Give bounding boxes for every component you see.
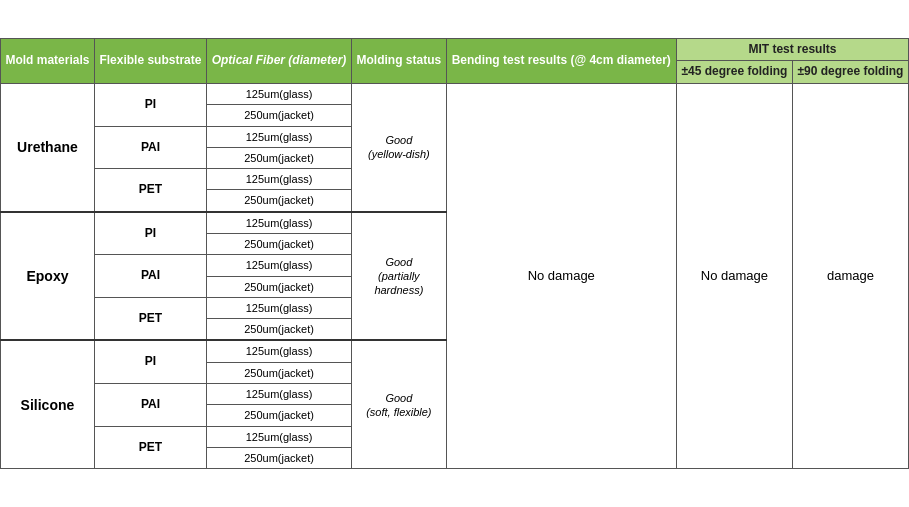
fiber-cell: 125um(glass) <box>207 126 352 147</box>
substrate-pet-1: PET <box>94 169 206 212</box>
molding-status-epoxy: Good (partially hardness) <box>352 212 447 341</box>
fiber-cell: 250um(jacket) <box>207 234 352 255</box>
fiber-cell: 250um(jacket) <box>207 447 352 468</box>
fiber-cell: 125um(glass) <box>207 340 352 362</box>
substrate-pai-2: PAI <box>94 255 206 298</box>
fiber-cell: 250um(jacket) <box>207 105 352 126</box>
fiber-cell: 125um(glass) <box>207 212 352 234</box>
col-mit-45: ±45 degree folding <box>676 61 792 84</box>
molding-status-silicone: Good (soft, flexible) <box>352 340 447 468</box>
fiber-cell: 125um(glass) <box>207 255 352 276</box>
col-bending-test: Bending test results (@ 4cm diameter) <box>446 38 676 83</box>
col-mit-90: ±90 degree folding <box>792 61 908 84</box>
fiber-cell: 125um(glass) <box>207 426 352 447</box>
substrate-pi-2: PI <box>94 212 206 255</box>
col-molding-status: Molding status <box>352 38 447 83</box>
col-mit-results-header: MIT test results <box>676 38 908 61</box>
fiber-cell: 125um(glass) <box>207 384 352 405</box>
bending-result-global: No damage <box>446 83 676 468</box>
material-urethane: Urethane <box>1 83 95 211</box>
fiber-cell: 250um(jacket) <box>207 190 352 212</box>
fiber-cell: 250um(jacket) <box>207 362 352 383</box>
material-silicone: Silicone <box>1 340 95 468</box>
substrate-pet-2: PET <box>94 297 206 340</box>
mit-90-result-global: damage <box>792 83 908 468</box>
fiber-cell: 250um(jacket) <box>207 276 352 297</box>
col-mold-materials: Mold materials <box>1 38 95 83</box>
fiber-cell: 250um(jacket) <box>207 147 352 168</box>
mit-45-result-global: No damage <box>676 83 792 468</box>
table-wrapper: Mold materials Flexible substrate Optica… <box>0 38 909 470</box>
fiber-cell: 125um(glass) <box>207 297 352 318</box>
col-flexible-substrate: Flexible substrate <box>94 38 206 83</box>
substrate-pai-3: PAI <box>94 384 206 427</box>
substrate-pi-3: PI <box>94 340 206 383</box>
table-row: Urethane PI 125um(glass) Good (yellow-di… <box>1 83 909 104</box>
main-table: Mold materials Flexible substrate Optica… <box>0 38 909 470</box>
substrate-pet-3: PET <box>94 426 206 469</box>
fiber-cell: 125um(glass) <box>207 169 352 190</box>
col-optical-fiber: Optical Fiber (diameter) <box>207 38 352 83</box>
fiber-cell: 250um(jacket) <box>207 405 352 426</box>
material-epoxy: Epoxy <box>1 212 95 341</box>
substrate-pi-1: PI <box>94 83 206 126</box>
substrate-pai-1: PAI <box>94 126 206 169</box>
fiber-cell: 250um(jacket) <box>207 319 352 341</box>
molding-status-urethane: Good (yellow-dish) <box>352 83 447 211</box>
fiber-cell: 125um(glass) <box>207 83 352 104</box>
